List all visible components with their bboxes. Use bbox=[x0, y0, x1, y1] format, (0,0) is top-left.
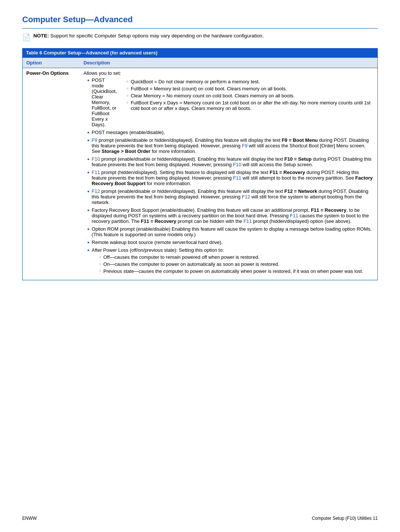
list-item: Remote wakeup boot source (remote server… bbox=[84, 240, 374, 245]
sub-list-item: Previous state—causes the computer to po… bbox=[99, 268, 374, 274]
list-item: POST messages (enable/disable). bbox=[84, 130, 374, 135]
list-item: F11 prompt (hidden/displayed). Setting t… bbox=[84, 170, 374, 186]
sub-list-item: Off—causes the computer to remain powere… bbox=[99, 254, 374, 260]
list-item-text: Remote wakeup boot source (remote server… bbox=[92, 240, 374, 245]
col-header-description: Description bbox=[80, 58, 378, 68]
note-text: NOTE: Support for specific Computer Setu… bbox=[33, 33, 264, 39]
list-item-text: POST messages (enable/disable). bbox=[92, 130, 374, 135]
top-rule bbox=[22, 28, 378, 29]
list-item: F9 prompt (enable/disable or hidden/disp… bbox=[84, 137, 374, 154]
intro-text: Allows you to set: bbox=[84, 70, 374, 76]
main-table: Option Description Power-On Options Allo… bbox=[22, 57, 378, 280]
list-item-text: F9 prompt (enable/disable or hidden/disp… bbox=[92, 137, 374, 154]
footer-left: ENWW bbox=[22, 516, 37, 521]
note-label: NOTE: bbox=[33, 33, 49, 39]
list-item: Factory Recovery Boot Support (enable/di… bbox=[84, 207, 374, 224]
list-item: F12 prompt (enable/disable or hidden/dis… bbox=[84, 188, 374, 205]
table-row: Power-On Options Allows you to set: POST… bbox=[23, 68, 378, 280]
footer-right: Computer Setup (F10) Utilities 11 bbox=[312, 516, 378, 521]
list-item-text: F12 prompt (enable/disable or hidden/dis… bbox=[92, 188, 374, 205]
note-content: Support for specific Computer Setup opti… bbox=[50, 33, 264, 39]
bullet-list: POST mode (QuickBoot, Clear Memory, Full… bbox=[84, 77, 374, 275]
note-box: 📄 NOTE: Support for specific Computer Se… bbox=[22, 33, 378, 41]
list-item-text: Option ROM prompt (enable/disable) Enabl… bbox=[92, 226, 374, 237]
list-item-text: F10 prompt (enable/disable or hidden/dis… bbox=[92, 156, 374, 167]
list-item: F10 prompt (enable/disable or hidden/dis… bbox=[84, 156, 374, 167]
col-header-option: Option bbox=[23, 58, 80, 68]
note-icon: 📄 bbox=[22, 33, 30, 41]
sub-list-item: Clear Memory = No memory count on cold b… bbox=[126, 93, 374, 98]
sub-list-item: FullBoot = Memory test (count) on cold b… bbox=[126, 86, 374, 91]
list-item-text: After Power Loss (off/on/previous state)… bbox=[92, 247, 374, 275]
sub-list-item: On—causes the computer to power on autom… bbox=[99, 261, 374, 267]
list-item-text: F11 prompt (hidden/displayed). Setting t… bbox=[92, 170, 374, 186]
list-item-text: Factory Recovery Boot Support (enable/di… bbox=[92, 207, 374, 224]
footer: ENWW Computer Setup (F10) Utilities 11 bbox=[22, 516, 378, 521]
description-cell: Allows you to set: POST mode (QuickBoot,… bbox=[80, 68, 378, 280]
option-cell: Power-On Options bbox=[23, 68, 80, 280]
list-item-text: POST mode (QuickBoot, Clear Memory, Full… bbox=[92, 77, 117, 127]
list-item: After Power Loss (off/on/previous state)… bbox=[84, 247, 374, 275]
page-title: Computer Setup—Advanced bbox=[22, 15, 378, 24]
list-item: Option ROM prompt (enable/disable) Enabl… bbox=[84, 226, 374, 237]
table-caption: Table 6 Computer Setup—Advanced (for adv… bbox=[22, 48, 378, 57]
sub-list-item: QuickBoot = Do not clear memory or perfo… bbox=[126, 79, 374, 84]
sub-list-item: FullBoot Every x Days = Memory count on … bbox=[126, 100, 374, 111]
list-item: POST mode (QuickBoot, Clear Memory, Full… bbox=[84, 77, 374, 127]
